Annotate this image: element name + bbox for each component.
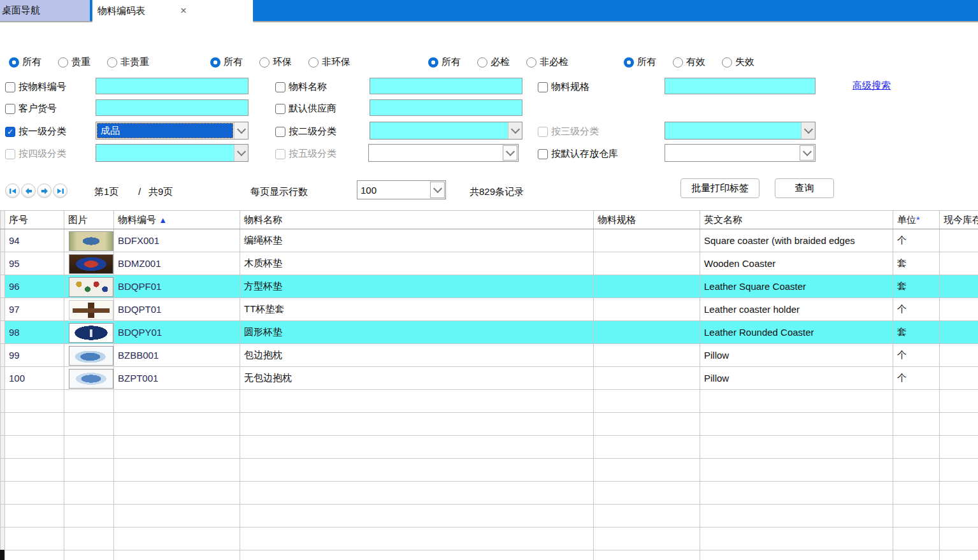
radio-icon[interactable] [624,57,634,68]
tab-material-code-table[interactable]: 物料编码表 × [92,0,253,22]
checkbox-icon[interactable] [275,82,285,92]
table-row[interactable]: 100 BZPT001 无包边抱枕 Pillow 个 [1,367,978,390]
row-selector-cell[interactable] [1,275,5,298]
radio-option[interactable]: 非环保 [308,56,350,68]
row-selector-cell[interactable] [1,528,5,550]
cell-unit[interactable]: 个 [893,298,940,321]
checkbox-icon[interactable] [5,104,15,114]
col-header-spec[interactable]: 物料规格 [594,211,700,229]
product-thumbnail-edged-pillow[interactable] [69,346,113,366]
table-row[interactable]: 95 BDMZ001 木质杯垫 Wooden Coaster 套 [1,252,978,275]
checkbox-icon[interactable] [5,82,15,92]
row-selector-cell[interactable] [1,229,5,252]
col-header-unit[interactable]: 单位* [893,211,940,229]
table-row-empty[interactable] [1,528,978,550]
cell-code[interactable]: BDFX001 [114,229,240,252]
row-selector-cell[interactable] [1,505,5,528]
cell-stock[interactable] [940,252,978,275]
cell-english[interactable]: Leather Rounded Coaster [700,321,893,344]
cell-spec[interactable] [594,229,700,252]
cell-stock[interactable] [940,344,978,367]
cell-code[interactable]: BDQPY01 [114,321,240,344]
cell-code[interactable]: BZBB001 [114,344,240,367]
prev-page-button[interactable] [21,183,36,198]
table-row-empty[interactable] [1,459,978,482]
cell-spec[interactable] [594,252,700,275]
table-row-empty[interactable] [1,390,978,413]
col-header-name[interactable]: 物料名称 [240,211,594,229]
product-thumbnail-coaster-holder[interactable] [69,300,113,320]
radio-option[interactable]: 环保 [259,56,292,68]
cell-image[interactable] [64,298,114,321]
table-row-empty[interactable] [1,436,978,459]
table-row-empty[interactable] [1,482,978,505]
cell-unit[interactable]: 个 [893,229,940,252]
chevron-down-icon[interactable] [800,145,814,161]
product-thumbnail-leather-round-coaster[interactable] [69,323,113,343]
cell-name[interactable]: 包边抱枕 [240,344,594,367]
cell-image[interactable] [64,252,114,275]
filter-warehouse[interactable]: 按默认存放仓库 [538,148,618,160]
radio-icon[interactable] [259,57,270,68]
cell-english[interactable]: Square coaster (with braided edges [700,229,893,252]
col-header-english[interactable]: 英文名称 [700,211,893,229]
material-name-input[interactable] [370,78,522,94]
cell-spec[interactable] [594,275,700,298]
cell-serial[interactable]: 96 [5,275,64,298]
col-header-code[interactable]: 物料编号 ▲ [114,211,240,229]
radio-option[interactable]: 非必检 [526,56,568,68]
table-row[interactable]: 99 BZBB001 包边抱枕 Pillow 个 [1,344,978,367]
chevron-down-icon[interactable] [234,122,248,139]
material-no-input[interactable] [96,78,248,94]
cell-name[interactable]: 方型杯垫 [240,275,594,298]
cell-serial[interactable]: 100 [5,367,64,390]
cell-name[interactable]: TT杯垫套 [240,298,594,321]
tab-desktop-nav[interactable]: 桌面导航 [0,0,90,21]
cell-spec[interactable] [594,298,700,321]
checkbox-icon[interactable] [538,149,548,159]
cell-stock[interactable] [940,275,978,298]
radio-option[interactable]: 有效 [673,56,705,68]
radio-icon[interactable] [526,57,536,68]
chevron-down-icon[interactable] [508,122,522,139]
cell-english[interactable]: Pillow [700,367,893,390]
radio-icon[interactable] [58,57,68,68]
rows-per-page-select[interactable]: 100 [357,180,446,199]
cell-name[interactable]: 木质杯垫 [240,252,594,275]
cell-serial[interactable]: 94 [5,229,64,252]
table-row[interactable]: 96 BDQPF01 方型杯垫 Leather Square Coaster 套 [1,275,978,298]
table-row-empty[interactable] [1,413,978,436]
col-header-serial[interactable]: 序号 [5,211,64,229]
radio-option[interactable]: 所有 [9,56,41,68]
table-row[interactable]: 98 BDQPY01 圆形杯垫 Leather Rounded Coaster … [1,321,978,344]
radio-option[interactable]: 所有 [428,56,461,68]
row-selector-cell[interactable] [1,390,5,413]
close-icon[interactable]: × [177,4,190,17]
radio-option[interactable]: 失效 [722,56,754,68]
filter-cat2[interactable]: 按二级分类 [275,126,336,138]
cell-unit[interactable]: 套 [893,321,940,344]
cell-unit[interactable]: 套 [893,252,940,275]
cell-spec[interactable] [594,321,700,344]
radio-icon[interactable] [673,57,683,68]
row-selector-cell[interactable] [1,321,5,344]
radio-option[interactable]: 贵重 [58,56,90,68]
cat1-select[interactable]: 成品 [96,122,248,140]
cell-unit[interactable]: 个 [893,367,940,390]
product-thumbnail-braided-coaster[interactable] [69,231,113,251]
row-selector-cell[interactable] [1,367,5,390]
cat2-select[interactable] [370,122,522,140]
cell-image[interactable] [64,321,114,344]
radio-icon[interactable] [9,57,19,68]
cell-name[interactable]: 圆形杯垫 [240,321,594,344]
cell-stock[interactable] [940,367,978,390]
cell-image[interactable] [64,344,114,367]
col-header-stock[interactable]: 现今库存 [940,211,978,229]
cell-stock[interactable] [940,321,978,344]
customer-no-input[interactable] [96,99,248,116]
cell-code[interactable]: BDQPT01 [114,298,240,321]
material-spec-input[interactable] [665,78,816,94]
product-thumbnail-leather-square-coaster[interactable] [69,277,113,297]
radio-icon[interactable] [308,57,319,68]
cell-serial[interactable]: 95 [5,252,64,275]
